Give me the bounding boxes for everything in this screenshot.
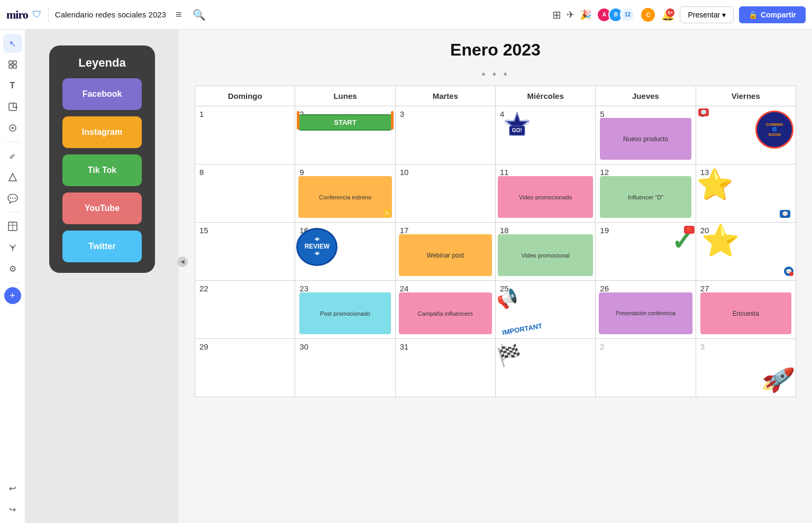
calendar-cell[interactable]: 3🚀: [696, 339, 796, 397]
col-lunes: Lunes: [295, 86, 395, 106]
add-tool[interactable]: +: [4, 287, 21, 304]
divider: [48, 7, 49, 22]
legend-tiktok: Tik Tok: [62, 154, 142, 186]
undo-tool[interactable]: ↩: [3, 479, 22, 498]
cell-content: [195, 164, 295, 222]
redo-tool[interactable]: ↪: [3, 500, 22, 519]
calendar-cell[interactable]: 5Nuevo producto: [596, 106, 696, 164]
avatar-3: C: [640, 7, 656, 23]
connector-tool[interactable]: [3, 118, 22, 137]
calendar-area: Enero 2023 • • • Domingo Lunes Martes Mi…: [179, 30, 812, 523]
cell-content: START: [295, 106, 395, 164]
cell-content: 📢 IMPORTANT: [496, 281, 595, 338]
cell-content: GO!: [496, 106, 595, 164]
reaction-button[interactable]: 🎉: [580, 9, 591, 21]
search-button[interactable]: 🔍: [189, 5, 209, 24]
calendar-cell[interactable]: 15: [195, 223, 295, 281]
calendar-cell[interactable]: 13⭐ 💬: [696, 164, 796, 223]
calendar-cell[interactable]: 31: [395, 339, 495, 397]
calendar-cell[interactable]: 18Video promocional: [495, 223, 595, 281]
calendar-cell[interactable]: 19✓ 🔴: [596, 223, 696, 281]
sticky-tool[interactable]: [3, 97, 22, 116]
pen-tool[interactable]: ✏: [0, 143, 26, 170]
cursor-tool[interactable]: ↖: [3, 34, 22, 53]
mindmap-tool[interactable]: [3, 238, 22, 257]
calendar-cell[interactable]: 23Post promocionado: [295, 281, 395, 339]
calendar-cell[interactable]: 1🏁: [495, 339, 595, 397]
cell-content: COMING 🌀 SOON 💬: [696, 106, 796, 164]
cell-content: ✓ 🔴: [596, 223, 695, 280]
cell-content: Webinar post: [396, 223, 495, 280]
calendar-cell[interactable]: 27Encuesta: [696, 281, 796, 339]
calendar-grid: Domingo Lunes Martes Miércoles Jueves Vi…: [195, 86, 796, 397]
dots-row: • • •: [195, 68, 796, 80]
lock-icon: 🔒: [749, 11, 758, 19]
calendar-cell[interactable]: 2 START: [295, 106, 395, 164]
avatar-group: A B 12: [597, 7, 635, 22]
cell-content: Video promocional: [496, 223, 595, 280]
col-martes: Martes: [395, 86, 495, 106]
collapse-arrow[interactable]: ◀: [177, 256, 188, 267]
col-domingo: Domingo: [195, 86, 295, 106]
cell-content: [596, 339, 695, 397]
calendar-cell[interactable]: 2: [596, 339, 696, 397]
cell-content: [195, 223, 295, 280]
calendar-cell[interactable]: 12Influencer "D": [596, 164, 696, 223]
calendar-cell[interactable]: 24Campaña influencers: [395, 281, 495, 339]
legend-panel: Leyenda Facebook Instagram Tik Tok YouTu…: [25, 30, 179, 523]
cell-content: 🚀: [696, 339, 796, 397]
calendar-cell[interactable]: 11Video promocionado: [495, 164, 595, 223]
calendar-cell[interactable]: 4 GO!: [495, 106, 595, 164]
menu-button[interactable]: ≡: [172, 5, 185, 24]
calendar-cell[interactable]: 30: [295, 339, 395, 397]
comment-tool[interactable]: 💬: [3, 189, 22, 208]
calendar-cell[interactable]: 29: [195, 339, 295, 397]
svg-rect-1: [13, 61, 16, 64]
calendar-cell[interactable]: 25📢 IMPORTANT: [495, 281, 595, 339]
board-title: Calendario redes sociales 2023: [55, 10, 166, 19]
legend-twitter: Twitter: [62, 231, 142, 262]
apps-button[interactable]: ⊞: [552, 8, 561, 21]
cell-content: ⭐ 💬: [696, 164, 796, 222]
svg-marker-7: [9, 173, 16, 181]
calendar-cell[interactable]: 17Webinar post: [395, 223, 495, 281]
cell-content: Presentación conferencia: [596, 281, 695, 338]
text-tool[interactable]: T: [3, 76, 22, 95]
calendar-cell[interactable]: 22: [195, 281, 295, 339]
pointer-button[interactable]: ✈: [567, 9, 574, 21]
shapes-tool[interactable]: [3, 168, 22, 187]
calendar-cell[interactable]: 3: [395, 106, 495, 164]
calendar-cell[interactable]: 10: [395, 164, 495, 223]
topbar: miro 🛡 Calendario redes sociales 2023 ≡ …: [0, 0, 812, 30]
present-button[interactable]: Presentar ▾: [680, 6, 734, 23]
col-miercoles: Miércoles: [495, 86, 595, 106]
calendar-cell[interactable]: 6 COMING 🌀 SOON 💬: [696, 106, 796, 164]
col-viernes: Viernes: [696, 86, 796, 106]
cell-content: [396, 339, 495, 397]
calendar-cell[interactable]: 16 👁 REVIEW 👁: [295, 223, 395, 281]
logo: miro: [6, 8, 28, 22]
cell-content: 👁 REVIEW 👁: [295, 223, 395, 280]
chevron-down-icon: ▾: [722, 11, 726, 19]
svg-rect-4: [9, 103, 16, 111]
avatar-count: 12: [620, 7, 635, 22]
share-button[interactable]: 🔒 Compartir: [739, 6, 806, 23]
cell-content: Encuesta: [696, 281, 796, 338]
calendar-cell[interactable]: 8: [195, 164, 295, 223]
svg-point-6: [12, 127, 14, 129]
calendar-cell[interactable]: 20⭐ 💬: [696, 223, 796, 281]
calendar-cell[interactable]: 1: [195, 106, 295, 164]
shield-icon: 🛡: [32, 9, 42, 20]
calendar-cell[interactable]: 26Presentación conferencia: [596, 281, 696, 339]
integrations-tool[interactable]: ⚙: [3, 259, 22, 278]
table-tool[interactable]: [3, 217, 22, 236]
cell-content: [295, 339, 395, 397]
calendar-cell[interactable]: 9Conferencia estreno ≡: [295, 164, 395, 223]
cell-content: [195, 339, 295, 397]
svg-point-14: [12, 246, 14, 249]
svg-text:GO!: GO!: [512, 127, 522, 133]
svg-rect-0: [9, 61, 12, 64]
main-layout: ↖ T ✏ 💬: [0, 30, 812, 523]
cell-content: Video promocionado: [496, 164, 595, 222]
frames-tool[interactable]: [3, 55, 22, 74]
